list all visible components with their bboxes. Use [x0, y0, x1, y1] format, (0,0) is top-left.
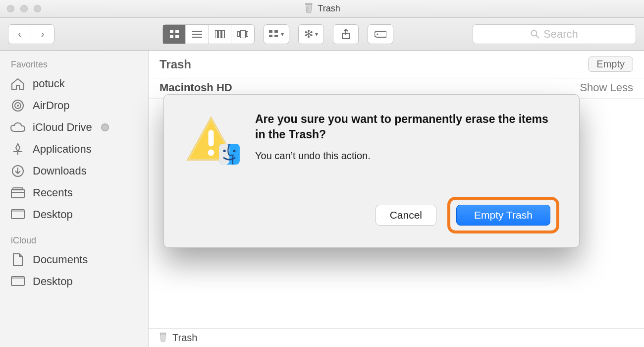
location-header: Trash Empty — [149, 51, 644, 78]
dialog-message: You can’t undo this action. — [255, 150, 559, 162]
sidebar-item-label: potuck — [33, 77, 65, 90]
back-button[interactable]: ‹ — [8, 25, 31, 44]
svg-rect-17 — [274, 30, 278, 33]
forward-button[interactable]: › — [31, 25, 54, 44]
columns-icon — [215, 30, 225, 38]
view-switcher — [162, 24, 255, 44]
search-input[interactable]: Search — [473, 24, 636, 44]
sidebar-item-label: Recents — [33, 186, 73, 199]
sidebar-item-label: Downloads — [33, 165, 87, 177]
sidebar-item-documents[interactable]: Documents — [0, 249, 148, 271]
chevron-right-icon: › — [41, 28, 45, 40]
toolbar: ‹ › ▾ ✻ ▾ Search — [0, 18, 644, 51]
svg-point-23 — [532, 30, 537, 36]
grid-icon — [169, 30, 179, 39]
group-name: Macintosh HD — [160, 81, 232, 94]
sidebar-item-label: Documents — [33, 253, 88, 266]
chevron-left-icon: ‹ — [18, 28, 21, 40]
sidebar-item-desktop-icloud[interactable]: Desktop — [0, 271, 148, 292]
tags-button[interactable] — [368, 24, 393, 44]
sidebar-item-desktop[interactable]: Desktop — [0, 204, 148, 226]
applications-icon — [10, 142, 26, 156]
svg-rect-11 — [218, 30, 221, 38]
window-titlebar: Trash — [0, 0, 644, 18]
sidebar-item-applications[interactable]: Applications — [0, 138, 148, 160]
svg-point-27 — [17, 105, 19, 107]
svg-rect-19 — [274, 35, 278, 37]
sidebar-item-airdrop[interactable]: AirDrop — [0, 95, 148, 116]
view-gallery-button[interactable] — [231, 25, 254, 44]
document-icon — [10, 253, 26, 267]
view-columns-button[interactable] — [209, 25, 231, 44]
svg-rect-41 — [209, 130, 214, 146]
svg-rect-32 — [11, 189, 24, 198]
action-menu[interactable]: ✻ ▾ — [298, 24, 324, 44]
sidebar-item-icloud-drive[interactable]: iCloud Drive — [0, 116, 148, 138]
warning-icon — [184, 115, 238, 169]
path-bar: Trash — [149, 328, 644, 347]
svg-rect-38 — [11, 277, 24, 279]
svg-rect-18 — [269, 35, 272, 37]
tag-icon — [375, 30, 386, 38]
recents-icon — [10, 186, 26, 200]
view-icons-button[interactable] — [163, 25, 186, 44]
svg-rect-10 — [215, 30, 217, 38]
svg-point-46 — [233, 150, 235, 152]
highlight-annotation: Empty Trash — [447, 197, 559, 233]
confirm-empty-trash-dialog: Are you sure you want to permanently era… — [163, 94, 580, 248]
svg-point-42 — [208, 150, 215, 156]
cancel-button[interactable]: Cancel — [376, 205, 436, 226]
svg-rect-4 — [175, 30, 179, 33]
location-title: Trash — [160, 58, 191, 71]
svg-rect-36 — [11, 210, 24, 212]
sidebar-item-label: Desktop — [33, 275, 73, 288]
desktop-icon — [10, 208, 26, 222]
svg-rect-14 — [240, 30, 245, 38]
sidebar-heading-favorites: Favorites — [0, 58, 148, 73]
empty-trash-confirm-button[interactable]: Empty Trash — [456, 205, 550, 226]
gear-icon: ✻ — [304, 28, 313, 41]
chevron-down-icon: ▾ — [281, 31, 284, 38]
svg-rect-3 — [170, 30, 173, 33]
sidebar-item-recents[interactable]: Recents — [0, 182, 148, 204]
minimize-window-button[interactable] — [20, 5, 28, 12]
svg-rect-16 — [269, 30, 272, 33]
search-placeholder: Search — [543, 28, 578, 41]
sidebar-item-label: Desktop — [33, 208, 73, 221]
empty-trash-header-button[interactable]: Empty — [588, 57, 633, 72]
svg-rect-7 — [192, 31, 202, 32]
svg-rect-5 — [170, 35, 173, 38]
svg-rect-15 — [246, 32, 248, 37]
svg-rect-9 — [192, 37, 202, 38]
traffic-lights — [0, 5, 41, 12]
sidebar-item-downloads[interactable]: Downloads — [0, 160, 148, 182]
cloud-icon — [10, 120, 26, 134]
trash-icon — [304, 1, 314, 16]
svg-line-24 — [536, 35, 539, 38]
svg-rect-12 — [222, 30, 224, 38]
finder-badge-icon — [218, 143, 240, 165]
desktop-icon — [10, 275, 26, 289]
zoom-window-button[interactable] — [34, 5, 41, 12]
sidebar-item-potuck[interactable]: potuck — [0, 73, 148, 95]
share-button[interactable] — [333, 24, 359, 44]
close-window-button[interactable] — [7, 5, 14, 12]
sync-badge-icon — [101, 123, 109, 131]
dialog-heading: Are you sure you want to permanently era… — [255, 112, 559, 142]
sidebar-item-label: AirDrop — [33, 99, 70, 112]
airdrop-icon — [10, 99, 26, 113]
downloads-icon — [10, 164, 26, 178]
sidebar-item-label: Applications — [33, 143, 92, 156]
view-list-button[interactable] — [186, 25, 209, 44]
svg-rect-8 — [192, 34, 202, 35]
path-label: Trash — [172, 332, 197, 344]
svg-rect-13 — [237, 32, 239, 37]
nav-group: ‹ › — [8, 24, 54, 44]
sidebar: Favorites potuck AirDrop iCloud Drive Ap… — [0, 51, 149, 347]
search-icon — [531, 30, 539, 39]
sidebar-item-label: iCloud Drive — [33, 121, 92, 134]
gallery-icon — [237, 30, 248, 38]
arrange-menu[interactable]: ▾ — [264, 24, 289, 44]
svg-point-22 — [376, 33, 378, 35]
group-toggle[interactable]: Show Less — [580, 81, 633, 94]
